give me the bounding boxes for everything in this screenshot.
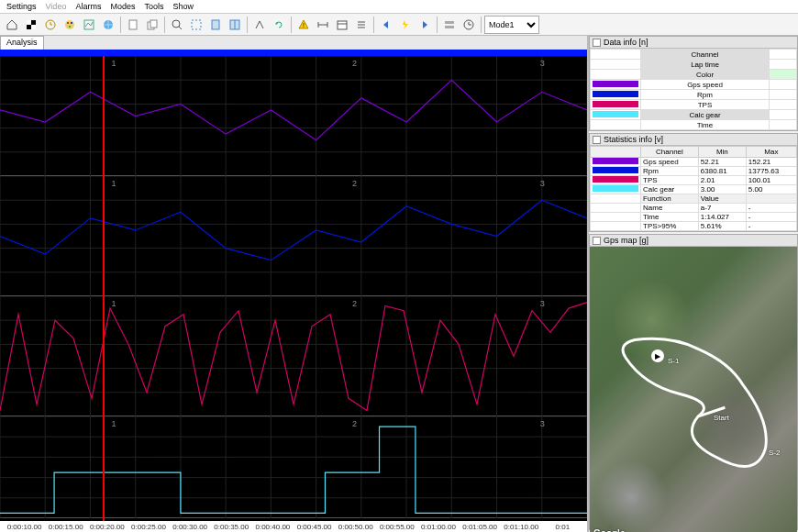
mode-select[interactable]: Mode1 [484, 16, 539, 34]
globe-icon[interactable] [99, 16, 117, 34]
plot-marker: 2 [352, 59, 357, 68]
tab-bar: Analysis [0, 36, 587, 50]
gps-map-header[interactable]: Gps map [g] [590, 235, 797, 247]
next-icon[interactable] [416, 16, 434, 34]
stats-cell [591, 176, 641, 185]
svg-rect-15 [192, 20, 201, 29]
stats-func-cell: TPS>95% [641, 222, 699, 231]
refresh-icon[interactable] [270, 16, 288, 34]
plot-row-calc-gear[interactable]: 123 [0, 416, 587, 518]
stats-cell [591, 185, 641, 194]
data-info-table: ChannelLap timeColorGps speedRpmTPSCalc … [590, 49, 797, 130]
stats-func-cell: - [746, 213, 796, 222]
info-row-label: TPS [641, 100, 770, 110]
flag-icon[interactable] [22, 16, 40, 34]
stats-func-cell: Value [698, 194, 746, 204]
data-info-panel: Data info [n] ChannelLap timeColorGps sp… [589, 36, 798, 131]
plot-row-rpm[interactable]: 123 [0, 176, 587, 296]
menu-show[interactable]: Show [168, 1, 198, 12]
x-tick: 0:01 [542, 523, 583, 531]
info-header: Lap time [641, 60, 770, 70]
stats-cell: TPS [641, 176, 699, 185]
menu-modes[interactable]: Modes [105, 1, 139, 12]
plot-marker: 2 [352, 179, 357, 188]
x-axis: 0:00:10.000:00:15.000:00:20.000:00:25.00… [0, 521, 587, 532]
stats-func-cell: - [746, 204, 796, 213]
stats-table: ChannelMinMaxGps speed52.21152.21Rpm6380… [590, 146, 797, 231]
stats-col-header: Channel [641, 147, 699, 158]
time-icon[interactable] [41, 16, 60, 34]
clock-icon[interactable] [460, 16, 478, 34]
svg-rect-16 [212, 20, 219, 29]
lightning-icon[interactable] [396, 16, 415, 34]
warning-icon[interactable]: ! [294, 16, 313, 34]
stats-cell: 152.21 [746, 158, 796, 167]
stats-cell: 3.00 [698, 185, 746, 194]
branch-icon[interactable] [250, 16, 269, 34]
plot-row-gps-speed[interactable]: 123 [0, 56, 587, 176]
svg-point-7 [69, 26, 71, 28]
calendar-icon[interactable] [333, 16, 351, 34]
stats-func-cell: Time [641, 213, 699, 222]
svg-rect-10 [129, 20, 137, 29]
menu-video[interactable]: Video [41, 1, 72, 12]
panel-title: Gps map [g] [604, 236, 648, 245]
stats-cell: 52.21 [698, 158, 746, 167]
plot-marker: 1 [112, 179, 116, 188]
page-icon[interactable] [206, 16, 225, 34]
rows-icon[interactable] [440, 16, 459, 34]
plot-panel: Analysis 123123123123 0:00:10.000:00:15.… [0, 36, 587, 532]
stats-func-cell: Function [641, 194, 699, 204]
select-icon[interactable] [187, 16, 205, 34]
menu-settings[interactable]: Settings [2, 1, 41, 12]
panel-title: Data info [n] [604, 38, 648, 47]
stats-col-header: Max [746, 147, 796, 158]
stats-func-cell [591, 222, 641, 231]
x-tick: 0:00:20.00 [86, 523, 127, 531]
plot-area[interactable]: 123123123123 [0, 56, 587, 521]
map-cursor-icon: ▶ [651, 349, 664, 362]
copy-icon[interactable] [143, 16, 161, 34]
svg-rect-28 [445, 21, 454, 24]
prev-icon[interactable] [377, 16, 395, 34]
chart-icon[interactable] [80, 16, 98, 34]
data-info-header[interactable]: Data info [n] [590, 37, 797, 49]
menu-alarms[interactable]: Alarms [71, 1, 105, 12]
x-tick: 0:00:25.00 [127, 523, 169, 531]
menu-bar: Settings Video Alarms Modes Tools Show [0, 0, 798, 14]
zoom-icon[interactable] [168, 16, 186, 34]
svg-rect-12 [150, 20, 157, 28]
gps-map-panel: Gps map [g] ▶ S-1 Start S-2 Google Image… [589, 234, 798, 530]
time-cursor[interactable] [103, 56, 105, 521]
layout-icon[interactable] [226, 16, 244, 34]
stats-col-header: Min [698, 147, 746, 158]
menu-tools[interactable]: Tools [139, 1, 168, 12]
collapse-icon[interactable] [593, 39, 601, 47]
doc-icon[interactable] [124, 16, 142, 34]
plot-marker: 1 [112, 59, 116, 68]
x-tick: 0:00:50.00 [335, 523, 376, 531]
map-label-start: Start [714, 414, 729, 422]
stats-func-cell [591, 194, 641, 204]
svg-rect-2 [31, 25, 36, 29]
collapse-icon[interactable] [593, 136, 601, 144]
tab-analysis[interactable]: Analysis [0, 36, 44, 50]
info-row-label: Calc gear [641, 110, 770, 120]
svg-rect-8 [84, 20, 94, 29]
map-label-s1: S-1 [668, 357, 679, 365]
stats-func-cell [746, 194, 796, 204]
list-icon[interactable] [352, 16, 371, 34]
svg-line-14 [179, 27, 182, 29]
info-row-label: Rpm [641, 90, 770, 100]
info-row-label: Time [641, 120, 770, 130]
palette-icon[interactable] [61, 16, 79, 34]
home-icon[interactable] [3, 16, 21, 34]
range-icon[interactable] [314, 16, 332, 34]
collapse-icon[interactable] [593, 237, 601, 245]
x-tick: 0:00:45.00 [294, 523, 335, 531]
plot-row-tps[interactable]: 123 [0, 296, 587, 416]
stats-header[interactable]: Statistics info [v] [590, 134, 797, 146]
stats-cell: 2.01 [698, 176, 746, 185]
gps-map[interactable]: ▶ S-1 Start S-2 Google Imagery ©2022 Blu… [590, 247, 797, 532]
stats-cell [591, 158, 641, 167]
